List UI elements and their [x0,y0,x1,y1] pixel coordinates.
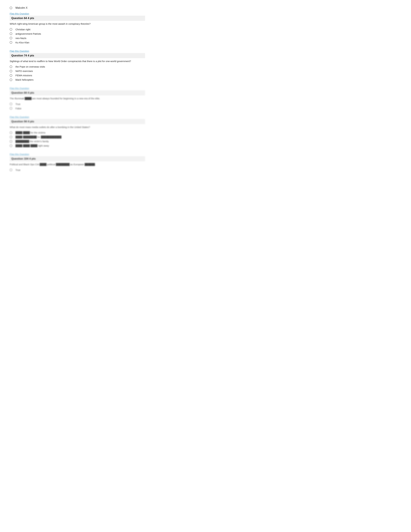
option-item[interactable]: True [10,169,145,171]
radio-icon [10,41,12,44]
option-label: neo-Nazis [16,37,27,39]
question-text-q74: Sightings of what tend to reaffirm to Ne… [10,59,145,63]
radio-icon [10,140,12,143]
option-label: ████ ████████ for ████████████ [16,136,61,138]
option-item[interactable]: Christian right [10,28,145,31]
flag-link-q64[interactable]: Flag this Question [10,12,145,15]
question-header-q94: Question 94 4 pts [10,119,145,124]
options-list-q94: ████ ████ for the victims████ ████████ f… [10,131,145,147]
question-block-q104: Flag this QuestionQuestion 104 4 ptsPoli… [10,153,145,171]
question-title-q64: Question 64 4 pts [11,17,143,20]
radio-icon [10,66,12,68]
option-label: the Pope on overseas visits [16,65,45,68]
option-label: ████ ████ ████ right away [16,144,49,147]
question-title-q104: Question 104 4 pts [11,157,143,161]
question-text-q94: What do most mass media outlets do after… [10,125,145,129]
option-label: True [16,169,20,171]
previous-answer-row: Malcolm X [10,6,145,9]
option-label: Ku Klux Klan [16,41,29,44]
radio-icon [10,144,12,147]
option-item[interactable]: FEMA missions [10,74,145,77]
flag-link-q94[interactable]: Flag this Question [10,116,145,118]
option-item[interactable]: NATO exercises [10,70,145,72]
options-list-q74: the Pope on overseas visitsNATO exercise… [10,65,145,81]
option-label: Christian right [16,28,30,31]
option-item[interactable]: ████████ the victim's family [10,140,145,143]
option-label: ████ ████ for the victims [16,131,46,134]
questions-container: Flag this QuestionQuestion 64 4 ptsWhich… [10,12,145,171]
radio-icon [10,131,12,134]
question-block-q64: Flag this QuestionQuestion 64 4 ptsWhich… [10,12,145,44]
option-label: black helicopters [16,78,34,81]
option-item[interactable]: ████ ████████ for ████████████ [10,136,145,138]
radio-icon [10,78,12,81]
radio-icon [10,136,12,138]
flag-link-q84[interactable]: Flag this Question [10,87,145,90]
option-item[interactable]: Ku Klux Klan [10,41,145,44]
options-list-q104: True [10,169,145,171]
question-header-q84: Question 84 4 pts [10,90,145,95]
radio-icon [10,32,12,35]
option-label: FEMA missions [16,74,32,77]
flag-link-q74[interactable]: Flag this Question [10,50,145,52]
question-block-q74: Flag this QuestionQuestion 74 4 ptsSight… [10,50,145,81]
option-label: NATO exercises [16,70,33,72]
previous-answer-label: Malcolm X [16,6,28,9]
option-item[interactable]: ████ ████ ████ right away [10,144,145,147]
question-text-q64: Which right-wing American group is the m… [10,22,145,26]
radio-icon [10,169,12,171]
question-title-q84: Question 84 4 pts [11,91,143,95]
question-title-q94: Question 94 4 pts [11,120,143,123]
radio-icon [10,37,12,39]
radio-icon [10,107,12,110]
question-header-q104: Question 104 4 pts [10,156,145,161]
question-block-q84: Flag this QuestionQuestion 84 4 ptsThe I… [10,87,145,110]
radio-icon [10,7,12,9]
question-block-q94: Flag this QuestionQuestion 94 4 ptsWhat … [10,116,145,147]
options-list-q64: Christian rightantigovernment Patriotsne… [10,28,145,44]
option-label: False [16,107,21,110]
option-item[interactable]: ████ ████ for the victims [10,131,145,134]
radio-icon [10,70,12,72]
radio-icon [10,74,12,77]
question-text-q104: Political and Black Ops CIA ████ politic… [10,163,145,166]
radio-icon [10,103,12,105]
options-list-q84: TrueFalse [10,103,145,110]
option-item[interactable]: True [10,103,145,105]
option-item[interactable]: the Pope on overseas visits [10,65,145,68]
question-text-q84: The Illuminati ████ are most always foun… [10,97,145,100]
flag-link-q104[interactable]: Flag this Question [10,153,145,156]
option-item[interactable]: black helicopters [10,78,145,81]
question-title-q74: Question 74 4 pts [11,54,143,57]
question-header-q74: Question 74 4 pts [10,53,145,58]
radio-icon [10,28,12,31]
option-label: antigovernment Patriots [16,32,41,35]
question-header-q64: Question 64 4 pts [10,16,145,21]
option-label: True [16,103,20,105]
option-item[interactable]: False [10,107,145,110]
option-item[interactable]: antigovernment Patriots [10,32,145,35]
option-item[interactable]: neo-Nazis [10,37,145,39]
option-label: ████████ the victim's family [16,140,49,143]
